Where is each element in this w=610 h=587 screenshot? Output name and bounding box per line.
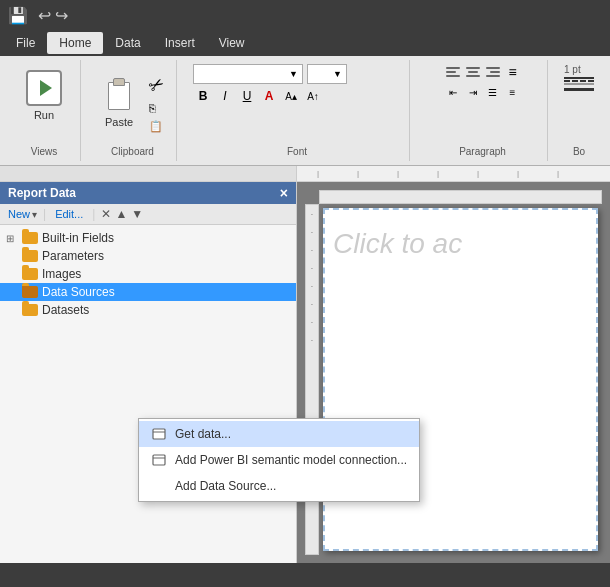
font-size-select[interactable]: ▼ — [307, 64, 347, 84]
indent-increase-button[interactable]: ⇥ — [464, 84, 482, 100]
move-down-icon[interactable]: ▼ — [131, 207, 143, 221]
views-content: Run — [16, 64, 72, 142]
scissors-button[interactable]: ✂ — [145, 72, 168, 98]
title-bar: 💾 ↩ ↪ — [0, 0, 610, 30]
font-color-button[interactable]: A — [259, 86, 279, 106]
font-family-arrow[interactable]: ▼ — [289, 69, 298, 79]
run-button[interactable]: Run — [16, 64, 72, 127]
align-right-icon — [486, 67, 500, 77]
border-line-solid — [564, 77, 594, 79]
ribbon: Run Views Paste ✂ ⎘ 📋 Clipboard — [0, 56, 610, 166]
tree-item-data-sources[interactable]: Data Sources — [0, 283, 296, 301]
menu-view[interactable]: View — [207, 32, 257, 54]
report-data-panel: Report Data × New ▾ | Edit... | ✕ ▲ ▼ ⊞ … — [0, 182, 297, 563]
paste-label: Paste — [105, 116, 133, 128]
copy-button[interactable]: ⎘ — [145, 100, 168, 116]
edit-button[interactable]: Edit... — [52, 207, 86, 221]
ruler-left-tick-8: - — [311, 331, 313, 349]
folder-icon-datasets — [22, 304, 38, 316]
border-style-group — [564, 77, 594, 91]
ruler-area: | | | | | | | — [0, 166, 610, 182]
border-line-thick — [564, 88, 594, 91]
ruler-tick-2: | — [357, 169, 359, 178]
align-justify-button[interactable]: ≡ — [504, 64, 522, 80]
clipboard-icon — [108, 82, 130, 110]
context-menu-label-power-bi: Add Power BI semantic model connection..… — [175, 453, 407, 467]
panel-toolbar: New ▾ | Edit... | ✕ ▲ ▼ — [0, 204, 296, 225]
ribbon-group-clipboard: Paste ✂ ⎘ 📋 Clipboard — [89, 60, 177, 161]
views-group-label: Views — [31, 146, 58, 157]
folder-icon-builtin — [22, 232, 38, 244]
font-size-up-button[interactable]: A↑ — [303, 86, 323, 106]
canvas-main: - - - - - - - - Click to ac — [305, 204, 602, 555]
svg-rect-0 — [153, 429, 165, 439]
panel-title: Report Data — [8, 186, 76, 200]
run-label: Run — [34, 109, 54, 121]
ruler-tick-3: | — [397, 169, 399, 178]
context-menu-item-add-datasource[interactable]: Add Data Source... — [139, 473, 419, 499]
ruler-left-tick-2: - — [311, 223, 313, 241]
context-menu-item-get-data[interactable]: Get data... — [139, 421, 419, 447]
menu-file[interactable]: File — [4, 32, 47, 54]
border-size-label: 1 pt — [564, 64, 581, 75]
ruler-tick-6: | — [517, 169, 519, 178]
ruler-tick-5: | — [477, 169, 479, 178]
expand-icon-builtin: ⊞ — [6, 233, 18, 244]
context-menu: Get data... Add Power BI semantic model … — [138, 418, 420, 502]
main-content: Report Data × New ▾ | Edit... | ✕ ▲ ▼ ⊞ … — [0, 182, 610, 563]
context-menu-label-get-data: Get data... — [175, 427, 231, 441]
align-left-icon — [446, 67, 460, 77]
numbered-list-button[interactable]: ≡ — [504, 84, 522, 100]
paragraph-row-2: ⇤ ⇥ ☰ ≡ — [444, 84, 522, 100]
ruler-left-tick-1: - — [311, 205, 313, 223]
folder-icon-parameters — [22, 250, 38, 262]
tree-item-parameters[interactable]: Parameters — [0, 247, 296, 265]
ruler-left-tick-7: - — [311, 313, 313, 331]
paste-button[interactable]: Paste — [97, 74, 141, 132]
bold-button[interactable]: B — [193, 86, 213, 106]
font-highlight-button[interactable]: A▴ — [281, 86, 301, 106]
paste-special-button[interactable]: 📋 — [145, 118, 168, 135]
canvas-area: - - - - - - - - Click to ac — [297, 182, 610, 563]
paragraph-content: ≡ ⇤ ⇥ ☰ ≡ — [444, 64, 522, 142]
ribbon-group-views: Run Views — [8, 60, 81, 161]
list-button[interactable]: ☰ — [484, 84, 502, 100]
new-button[interactable]: New — [6, 207, 32, 221]
font-size-arrow[interactable]: ▼ — [333, 69, 342, 79]
undo-icon[interactable]: ↩ — [38, 6, 51, 25]
new-dropdown-arrow[interactable]: ▾ — [32, 209, 37, 220]
italic-button[interactable]: I — [215, 86, 235, 106]
ribbon-group-paragraph: ≡ ⇤ ⇥ ☰ ≡ Paragraph — [418, 60, 548, 161]
delete-icon[interactable]: ✕ — [101, 207, 111, 221]
ruler-tick-7: | — [557, 169, 559, 178]
font-row-1: ▼ ▼ — [193, 64, 347, 84]
toolbar-sep-1: | — [43, 207, 46, 221]
align-center-button[interactable] — [464, 64, 482, 80]
move-up-icon[interactable]: ▲ — [115, 207, 127, 221]
new-btn-container: New ▾ — [6, 207, 37, 221]
tree-item-images[interactable]: Images — [0, 265, 296, 283]
font-family-select[interactable]: ▼ — [193, 64, 303, 84]
redo-icon[interactable]: ↪ — [55, 6, 68, 25]
tree-label-parameters: Parameters — [42, 249, 290, 263]
context-menu-icon-get-data — [151, 426, 167, 442]
context-menu-item-power-bi[interactable]: Add Power BI semantic model connection..… — [139, 447, 419, 473]
undo-redo-group: ↩ ↪ — [38, 6, 68, 25]
menu-home[interactable]: Home — [47, 32, 103, 54]
indent-decrease-button[interactable]: ⇤ — [444, 84, 462, 100]
tree-item-datasets[interactable]: Datasets — [0, 301, 296, 319]
clipboard-side-btns: ✂ ⎘ 📋 — [145, 72, 168, 135]
canvas-placeholder-text: Click to ac — [333, 228, 462, 260]
underline-button[interactable]: U — [237, 86, 257, 106]
tree-label-builtin: Built-in Fields — [42, 231, 290, 245]
save-icon[interactable]: 💾 — [8, 6, 28, 25]
menu-data[interactable]: Data — [103, 32, 152, 54]
tree-item-builtin-fields[interactable]: ⊞ Built-in Fields — [0, 229, 296, 247]
menu-insert[interactable]: Insert — [153, 32, 207, 54]
border-group-label: Bo — [573, 146, 585, 157]
align-left-button[interactable] — [444, 64, 462, 80]
panel-close-button[interactable]: × — [280, 186, 288, 200]
align-right-button[interactable] — [484, 64, 502, 80]
font-content: ▼ ▼ B I U A A▴ A↑ — [193, 64, 401, 142]
context-menu-icon-power-bi — [151, 452, 167, 468]
